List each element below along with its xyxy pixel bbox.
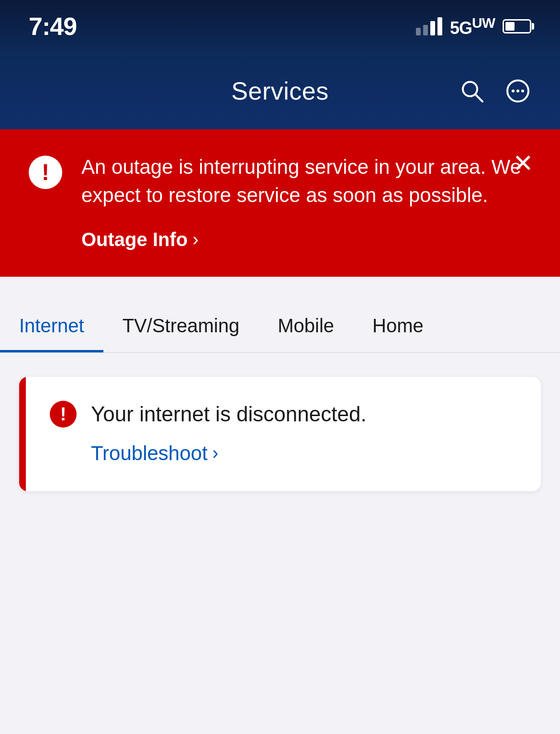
troubleshoot-label: Troubleshoot (91, 442, 208, 465)
search-button[interactable] (459, 78, 485, 104)
status-time: 7:49 (29, 12, 77, 41)
outage-close-button[interactable]: ✕ (513, 151, 534, 176)
chevron-right-icon: › (192, 229, 199, 250)
close-icon: ✕ (513, 149, 534, 177)
tabs-section: Internet TV/Streaming Mobile Home (0, 277, 560, 353)
header-actions (459, 78, 531, 104)
card-red-bar (19, 377, 26, 491)
tab-tv-streaming[interactable]: TV/Streaming (103, 301, 259, 352)
tab-home[interactable]: Home (353, 301, 443, 352)
outage-info-button[interactable]: Outage Info › (81, 229, 199, 250)
outage-text: An outage is interrupting service in you… (81, 153, 531, 250)
network-type: 5GUW (450, 15, 495, 38)
svg-point-4 (516, 90, 519, 92)
chat-icon (504, 78, 531, 104)
status-icons: 5GUW (416, 15, 531, 38)
troubleshoot-button[interactable]: Troubleshoot › (91, 442, 218, 465)
card-content: ! Your internet is disconnected. Trouble… (26, 377, 541, 491)
page-title: Services (231, 77, 328, 105)
outage-info-label: Outage Info (81, 229, 188, 250)
search-icon (459, 78, 485, 104)
svg-point-3 (512, 90, 515, 92)
status-bar: 7:49 5GUW (0, 0, 560, 53)
tabs-container: Internet TV/Streaming Mobile Home (0, 301, 560, 353)
card-alert-icon: ! (50, 401, 77, 428)
network-superscript: UW (472, 15, 495, 31)
internet-status-text: Your internet is disconnected. (91, 402, 367, 426)
outage-banner: ! An outage is interrupting service in y… (0, 129, 560, 277)
chevron-right-icon: › (213, 443, 219, 463)
battery-icon (503, 19, 531, 34)
signal-bars-icon (416, 17, 442, 35)
tab-internet[interactable]: Internet (0, 301, 103, 352)
chat-button[interactable] (504, 78, 531, 104)
card-status-row: ! Your internet is disconnected. (50, 401, 517, 428)
internet-status-card: ! Your internet is disconnected. Trouble… (19, 377, 541, 491)
svg-line-1 (475, 94, 482, 102)
tab-mobile[interactable]: Mobile (258, 301, 353, 352)
svg-point-5 (521, 90, 524, 92)
outage-message: An outage is interrupting service in you… (81, 153, 531, 210)
cards-section: ! Your internet is disconnected. Trouble… (0, 353, 560, 515)
outage-alert-icon: ! (29, 156, 62, 189)
header: Services (0, 53, 560, 129)
